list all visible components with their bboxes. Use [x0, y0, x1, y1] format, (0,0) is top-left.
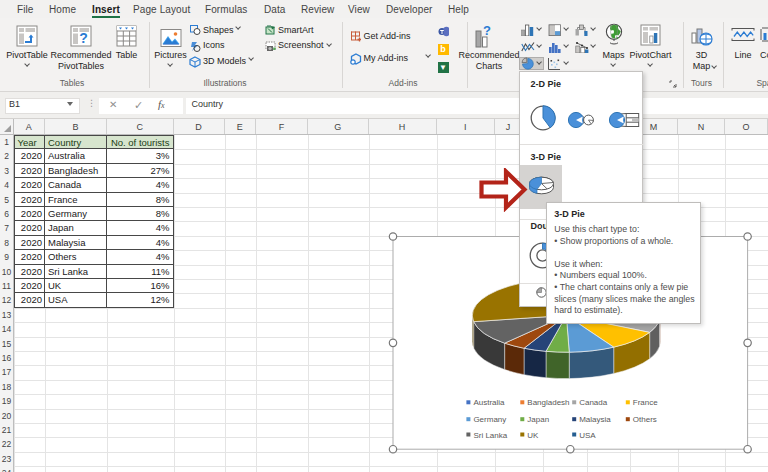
svg-text:Germany: Germany	[473, 415, 506, 424]
svg-text:France: France	[633, 398, 658, 407]
svg-text:Canada: Canada	[579, 398, 608, 407]
svg-text:USA: USA	[579, 431, 596, 440]
svg-text:Bangladesh: Bangladesh	[527, 398, 569, 407]
svg-text:Sri Lanka: Sri Lanka	[473, 431, 507, 440]
svg-text:UK: UK	[527, 431, 539, 440]
svg-text:Others: Others	[633, 415, 657, 424]
svg-text:Japan: Japan	[527, 415, 549, 424]
svg-text:Malaysia: Malaysia	[579, 415, 611, 424]
svg-text:Australia: Australia	[473, 398, 505, 407]
